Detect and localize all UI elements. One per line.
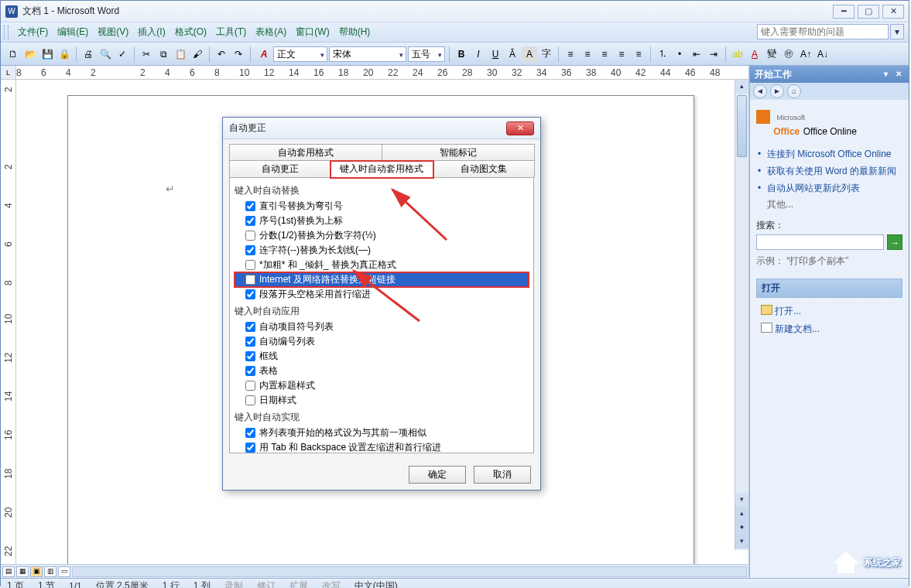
help-search-dropdown[interactable]: ▾ [890, 24, 904, 39]
style-dropdown[interactable]: 正文 [273, 46, 327, 62]
menu-window[interactable]: 窗口(W) [291, 24, 334, 40]
style-icon[interactable]: A [256, 46, 272, 62]
prev-page-button[interactable]: ▴ [735, 507, 748, 521]
browse-object-button[interactable]: ● [735, 521, 748, 535]
menu-table[interactable]: 表格(A) [251, 24, 291, 40]
align-center-icon[interactable]: ≡ [580, 46, 595, 62]
checkbox-input[interactable] [245, 381, 255, 391]
horizontal-ruler[interactable]: L 86422468101214161820222426283032343638… [1, 66, 748, 80]
vertical-ruler[interactable]: 2246810121416182022 [1, 80, 16, 564]
undo-icon[interactable]: ↶ [214, 46, 229, 62]
link-office-online[interactable]: 连接到 Microsoft Office Online [756, 145, 902, 162]
web-view-button[interactable]: ▦ [16, 566, 29, 577]
checkbox-option[interactable]: 分数(1/2)替换为分数字符(½) [235, 228, 529, 243]
help-search-input[interactable] [757, 24, 889, 39]
bullets-icon[interactable]: • [672, 46, 687, 62]
dialog-close-button[interactable]: ✕ [506, 121, 534, 135]
checkbox-option[interactable]: 将列表项开始的格式设为与其前一项相似 [235, 426, 529, 440]
align-left-icon[interactable]: ≡ [563, 46, 578, 62]
print-icon[interactable]: 🖨 [80, 46, 96, 62]
highlight-icon[interactable]: ab [730, 46, 745, 62]
checkbox-input[interactable] [245, 337, 255, 347]
nav-back-button[interactable]: ◄ [753, 84, 767, 98]
taskpane-dropdown-icon[interactable]: ▾ [880, 69, 891, 80]
cancel-button[interactable]: 取消 [474, 466, 531, 484]
align-right-icon[interactable]: ≡ [597, 46, 612, 62]
close-button[interactable]: ✕ [882, 5, 904, 19]
char-shading-icon[interactable]: A [522, 46, 537, 62]
size-dropdown[interactable]: 五号 [408, 46, 445, 62]
preview-icon[interactable]: 🔍 [98, 46, 113, 62]
menu-tools[interactable]: 工具(T) [211, 24, 251, 40]
checkbox-option[interactable]: 连字符(--)替换为长划线(—) [235, 243, 529, 258]
checkbox-option[interactable]: 表格 [235, 364, 529, 378]
menu-insert[interactable]: 插入(I) [133, 24, 170, 40]
checkbox-option[interactable]: 序号(1st)替换为上标 [235, 214, 529, 228]
scroll-thumb[interactable] [737, 95, 747, 157]
format-painter-icon[interactable]: 🖌 [190, 46, 205, 62]
tab-autotext[interactable]: 自动图文集 [433, 161, 535, 178]
italic-icon[interactable]: I [471, 46, 486, 62]
checkbox-option[interactable]: 框线 [235, 349, 529, 364]
new-doc-link[interactable]: 新建文档... [759, 320, 899, 338]
status-ext[interactable]: 扩展 [289, 579, 308, 588]
menubar-grip[interactable] [4, 26, 9, 39]
ruler-corner[interactable]: L [1, 66, 16, 79]
cut-icon[interactable]: ✂ [139, 46, 154, 62]
open-icon[interactable]: 📂 [22, 46, 38, 62]
copy-icon[interactable]: ⧉ [156, 46, 171, 62]
tab-autocorrect[interactable]: 自动更正 [229, 161, 331, 178]
outdent-icon[interactable]: ⇤ [689, 46, 704, 62]
enclose-icon[interactable]: ㊕ [781, 46, 796, 62]
menu-format[interactable]: 格式(O) [170, 24, 211, 40]
align-justify-icon[interactable]: ≡ [614, 46, 629, 62]
save-icon[interactable]: 💾 [39, 46, 55, 62]
menu-help[interactable]: 帮助(H) [334, 24, 375, 40]
checkbox-input[interactable] [245, 289, 255, 299]
checkbox-option[interactable]: 日期样式 [235, 393, 529, 408]
tab-autoformat[interactable]: 自动套用格式 [229, 144, 382, 161]
redo-icon[interactable]: ↷ [231, 46, 246, 62]
nav-home-button[interactable]: ⌂ [787, 84, 801, 98]
checkbox-option[interactable]: Internet 及网络路径替换为超链接 [235, 272, 529, 287]
checkbox-input[interactable] [245, 275, 255, 285]
print-view-button[interactable]: ▣ [30, 566, 43, 577]
grow-font-icon[interactable]: A↑ [798, 46, 813, 62]
link-word-news[interactable]: 获取有关使用 Word 的最新新闻 [756, 162, 902, 179]
reading-view-button[interactable]: ▭ [58, 566, 70, 577]
next-page-button[interactable]: ▾ [735, 535, 748, 549]
taskpane-search-input[interactable] [756, 234, 884, 250]
menu-edit[interactable]: 编辑(E) [53, 24, 93, 40]
underline-icon[interactable]: U [488, 46, 503, 62]
tab-smarttag[interactable]: 智能标记 [382, 144, 535, 161]
normal-view-button[interactable]: ▤ [2, 566, 15, 577]
menu-view[interactable]: 视图(V) [93, 24, 133, 40]
checkbox-option[interactable]: *加粗* 和 _倾斜_ 替换为真正格式 [235, 258, 529, 272]
nav-forward-button[interactable]: ► [770, 84, 784, 98]
vertical-scrollbar[interactable]: ▴ ▾ ▴ ● ▾ [735, 80, 748, 550]
horizontal-scrollbar[interactable] [72, 566, 747, 577]
checkbox-input[interactable] [245, 231, 255, 241]
minimize-button[interactable]: ━ [833, 5, 854, 19]
status-language[interactable]: 中文(中国) [354, 579, 398, 588]
checkbox-option[interactable]: 用 Tab 和 Backspace 设置左缩进和首行缩进 [235, 440, 529, 453]
shrink-font-icon[interactable]: A↓ [815, 46, 831, 62]
taskpane-close-icon[interactable]: ✕ [893, 69, 904, 80]
checkbox-input[interactable] [245, 395, 255, 405]
phonetic-icon[interactable]: 字 [539, 46, 554, 62]
open-file-link[interactable]: 打开... [759, 303, 899, 320]
scroll-up-button[interactable]: ▴ [735, 80, 748, 94]
outline-view-button[interactable]: ▥ [44, 566, 57, 577]
scroll-down-button[interactable]: ▾ [735, 493, 748, 507]
status-ovr[interactable]: 改写 [322, 579, 341, 588]
link-update-list[interactable]: 自动从网站更新此列表 [756, 179, 902, 197]
tab-typing-autoformat[interactable]: 键入时自动套用格式 [330, 161, 433, 178]
char-border-icon[interactable]: Ā [505, 46, 520, 62]
bold-icon[interactable]: B [454, 46, 469, 62]
checkbox-input[interactable] [245, 428, 255, 438]
checkbox-option[interactable]: 内置标题样式 [235, 378, 529, 393]
checkbox-input[interactable] [245, 260, 255, 270]
indent-icon[interactable]: ⇥ [706, 46, 721, 62]
status-rev[interactable]: 修订 [257, 579, 276, 588]
font-dropdown[interactable]: 宋体 [329, 46, 406, 62]
